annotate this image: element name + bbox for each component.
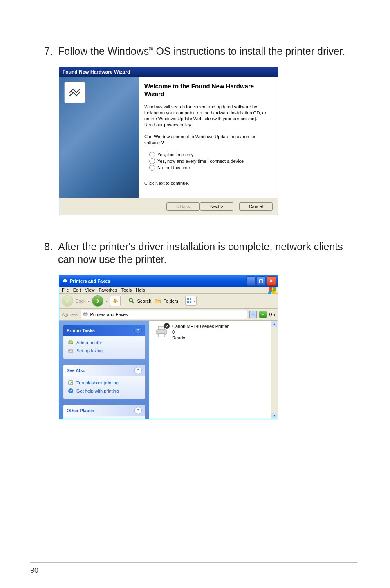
svg-rect-8 [83, 313, 87, 315]
scroll-down-arrow[interactable]: ▾ [271, 413, 277, 418]
printers-folder-icon [83, 311, 88, 318]
svg-line-3 [132, 301, 134, 303]
printers-folder-icon [62, 278, 68, 284]
radio-yes-once[interactable]: Yes, this time only [149, 152, 269, 157]
help-icon: ? [67, 379, 74, 386]
go-button[interactable]: → [259, 311, 267, 318]
menu-bar: File Edit View Favorites Tools Help [59, 287, 278, 294]
address-value: Printers and Faxes [90, 312, 128, 317]
printer-status: Ready [172, 335, 229, 341]
menu-favorites[interactable]: Favorites [99, 287, 117, 292]
see-also-heading: See Also [67, 368, 85, 373]
maximize-button[interactable]: ▢ [256, 276, 266, 286]
troubleshoot-link[interactable]: ? Troubleshoot printing [67, 379, 141, 387]
radio-no[interactable]: No, not this time [149, 165, 269, 171]
svg-text:?: ? [69, 389, 72, 393]
wizard-continue-hint: Click Next to continue. [144, 180, 269, 186]
hardware-icon [64, 82, 85, 103]
svg-rect-0 [63, 280, 67, 282]
other-places-group: Other Places ⌃ Control Panel [63, 405, 145, 419]
default-check-icon [164, 323, 170, 329]
printer-docs: 0 [172, 330, 229, 335]
search-button[interactable]: Search [128, 297, 151, 305]
windows-logo-icon [269, 287, 276, 295]
page-divider [30, 562, 357, 563]
step-7: 7. Follow the Windows® OS instructions t… [44, 45, 357, 58]
menu-view[interactable]: View [85, 287, 95, 292]
cancel-button[interactable]: Cancel [239, 202, 273, 211]
address-dropdown[interactable]: ▾ [249, 311, 257, 318]
printer-tasks-group: Printer Tasks ⌃ Add a printer [63, 325, 145, 359]
wizard-question: Can Windows connect to Windows Update to… [144, 134, 269, 146]
back-label: Back [76, 298, 85, 303]
printer-icon [154, 324, 169, 339]
svg-rect-5 [190, 298, 191, 300]
privacy-policy-link[interactable]: Read our privacy policy [144, 122, 191, 127]
collapse-button[interactable]: ⌃ [134, 407, 142, 414]
wizard-titlebar: Found New Hardware Wizard [59, 67, 278, 77]
go-label: Go [269, 312, 275, 317]
found-new-hardware-wizard: Found New Hardware Wizard Welcome to the… [59, 67, 278, 215]
step-7-text: Follow the Windows® OS instructions to i… [58, 45, 357, 58]
close-button[interactable]: × [267, 276, 276, 286]
folders-icon [154, 297, 162, 305]
wizard-heading: Welcome to the Found New Hardware Wizard [144, 83, 269, 98]
chevron-down-icon: ▾ [193, 299, 195, 303]
radio-icon [149, 158, 155, 164]
svg-rect-9 [84, 312, 87, 313]
svg-rect-7 [190, 301, 191, 303]
get-help-link[interactable]: ? Get help with printing [67, 387, 141, 395]
svg-text:?: ? [69, 381, 72, 385]
printer-tasks-heading: Printer Tasks [67, 328, 95, 333]
minimize-button[interactable]: _ [246, 276, 256, 286]
chevron-down-icon[interactable]: ▾ [88, 299, 90, 303]
chevron-down-icon[interactable]: ▾ [106, 299, 108, 303]
nav-up-button[interactable] [110, 296, 121, 306]
vertical-scrollbar[interactable]: ▴ ▾ [271, 321, 278, 419]
radio-icon [149, 165, 155, 171]
search-icon [128, 297, 136, 305]
printers-and-faxes-window: Printers and Faxes _ ▢ × File Edit View … [59, 275, 278, 419]
wizard-footer: < Back Next > Cancel [59, 198, 278, 215]
address-field[interactable]: Printers and Faxes [81, 310, 247, 319]
nav-back-button [62, 295, 73, 307]
step-8-text: After the printer's driver installation … [58, 240, 357, 266]
menu-tools[interactable]: Tools [121, 287, 132, 292]
printer-list-item[interactable]: Canon MP140 series Printer 0 Ready [154, 324, 229, 341]
menu-file[interactable]: File [62, 287, 69, 292]
page-number: 90 [30, 566, 38, 575]
window-title: Printers and Faxes [70, 278, 110, 283]
address-bar: Address Printers and Faxes ▾ → Go [59, 309, 278, 321]
content-area: ▴ ▾ [149, 321, 278, 419]
svg-rect-4 [187, 298, 189, 300]
help-circle-icon: ? [67, 388, 74, 394]
fax-icon [67, 348, 74, 354]
wizard-side-graphic [59, 77, 139, 197]
views-button[interactable]: ▾ [185, 296, 197, 306]
task-pane: Printer Tasks ⌃ Add a printer [59, 321, 149, 419]
svg-rect-25 [158, 334, 165, 337]
nav-forward-button[interactable] [92, 295, 103, 307]
add-printer-link[interactable]: Add a printer [67, 339, 141, 347]
step-8-num: 8. [44, 240, 58, 266]
svg-rect-1 [64, 279, 66, 280]
toolbar: Back ▾ ▾ Search [59, 294, 278, 309]
other-places-heading: Other Places [67, 408, 94, 413]
step-7-num: 7. [44, 45, 58, 58]
menu-help[interactable]: Help [136, 287, 145, 292]
menu-edit[interactable]: Edit [73, 287, 81, 292]
scroll-up-arrow[interactable]: ▴ [271, 321, 277, 327]
set-up-faxing-link[interactable]: Set up faxing [67, 347, 141, 355]
radio-yes-always[interactable]: Yes, now and every time I connect a devi… [149, 158, 269, 164]
see-also-group: See Also ⌃ ? Troubleshoot printing [63, 365, 145, 399]
collapse-button[interactable]: ⌃ [134, 327, 142, 334]
next-button[interactable]: Next > [200, 202, 233, 211]
svg-rect-13 [69, 350, 70, 351]
explorer-titlebar: Printers and Faxes _ ▢ × [59, 275, 278, 287]
svg-rect-6 [187, 301, 189, 303]
collapse-button[interactable]: ⌃ [134, 367, 142, 374]
address-label: Address [62, 312, 78, 317]
folders-button[interactable]: Folders [154, 297, 178, 305]
wizard-content: Welcome to the Found New Hardware Wizard… [139, 77, 278, 197]
svg-rect-11 [69, 341, 72, 342]
